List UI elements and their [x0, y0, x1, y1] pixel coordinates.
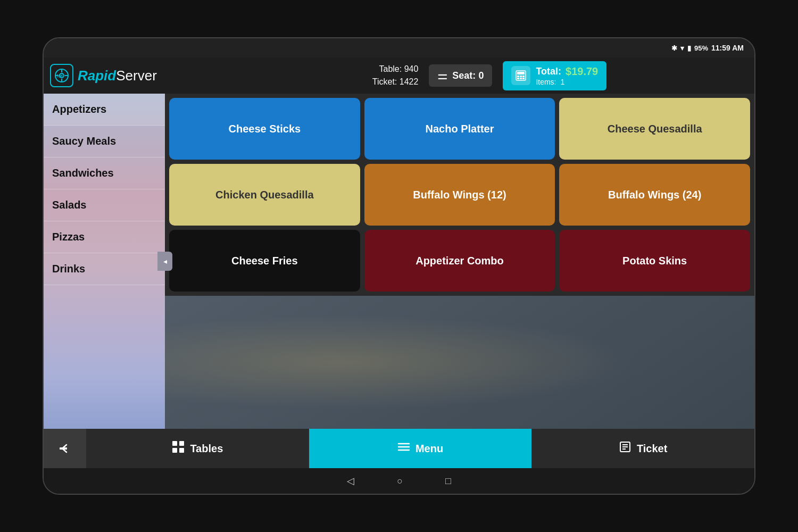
sidebar-label-appetizers: Appetizers — [52, 103, 106, 115]
svg-rect-17 — [179, 441, 184, 446]
bottom-nav: Tables Menu — [44, 429, 754, 468]
svg-rect-19 — [179, 448, 184, 453]
nav-ticket[interactable]: Ticket — [531, 429, 754, 468]
svg-rect-11 — [522, 76, 525, 77]
svg-rect-13 — [520, 78, 522, 79]
seat-label: Seat: — [452, 70, 476, 81]
sidebar-item-salads[interactable]: Salads — [44, 189, 165, 221]
svg-rect-15 — [60, 447, 67, 450]
header-center: Table: 940 Ticket: 1422 ⚌ Seat: 0 — [231, 61, 748, 90]
status-bar: ✱ ▾ ▮ 95% 11:59 AM — [44, 38, 754, 57]
seat-text: Seat: 0 — [452, 70, 484, 81]
nav-tables[interactable]: Tables — [86, 429, 309, 468]
ticket-label: Ticket — [637, 443, 667, 455]
menu-item-label-nacho-platter: Nacho Platter — [426, 123, 494, 135]
collapse-sidebar-button[interactable]: ◂ — [157, 252, 172, 271]
sidebar-label-saucy-meals: Saucy Meals — [52, 135, 116, 147]
svg-rect-16 — [172, 441, 177, 446]
svg-rect-9 — [517, 76, 519, 77]
logo-server: Server — [116, 68, 157, 84]
header: 🍽 RapidServer Table: 940 Ticket: 1422 — [44, 57, 754, 94]
total-area[interactable]: Total: $19.79 Items: 1 — [503, 61, 606, 90]
android-recent-button[interactable]: □ — [445, 476, 451, 487]
items-count: 1 — [560, 78, 564, 86]
ticket-label: Ticket: — [372, 77, 397, 86]
wifi-icon: ▾ — [680, 44, 684, 52]
svg-rect-18 — [172, 448, 177, 453]
android-nav: ◁ ○ □ — [44, 468, 754, 494]
sidebar-label-pizzas: Pizzas — [52, 231, 85, 243]
menu-label: Menu — [415, 443, 443, 455]
table-line: Table: 940 — [372, 63, 419, 76]
total-label: Total: — [536, 66, 561, 77]
tables-icon — [172, 440, 185, 456]
ticket-icon — [619, 440, 631, 456]
menu-item-label-cheese-quesadilla: Cheese Quesadilla — [608, 123, 702, 135]
status-icons: ✱ ▾ ▮ 95% 11:59 AM — [671, 44, 744, 52]
svg-rect-12 — [517, 78, 519, 79]
menu-item-label-chicken-quesadilla: Chicken Quesadilla — [215, 189, 314, 201]
menu-item-appetizer-combo[interactable]: Appetizer Combo — [364, 230, 555, 292]
sidebar-item-pizzas[interactable]: Pizzas — [44, 221, 165, 253]
logo-icon: 🍽 — [50, 64, 73, 87]
items-line: Items: 1 — [536, 78, 598, 86]
sidebar-item-drinks[interactable]: Drinks — [44, 253, 165, 285]
android-home-button[interactable]: ○ — [397, 476, 403, 487]
table-label: Table: — [379, 64, 402, 73]
svg-rect-10 — [520, 76, 522, 77]
bluetooth-icon: ✱ — [671, 44, 677, 52]
logo-rapid: Rapid — [78, 68, 116, 84]
menu-icon — [397, 440, 410, 456]
menu-item-buffalo-wings-12[interactable]: Buffalo Wings (12) — [364, 164, 555, 226]
tables-label: Tables — [190, 443, 223, 455]
table-info: Table: 940 Ticket: 1422 — [372, 63, 419, 88]
table-number: 940 — [404, 64, 419, 73]
ticket-line: Ticket: 1422 — [372, 76, 419, 88]
sidebar-item-saucy-meals[interactable]: Saucy Meals — [44, 126, 165, 157]
sidebar-item-sandwiches[interactable]: Sandwiches — [44, 157, 165, 189]
sidebar: Appetizers Saucy Meals Sandwiches Salads… — [44, 94, 165, 429]
seat-icon: ⚌ — [437, 69, 448, 82]
items-label: Items: — [536, 78, 556, 86]
sidebar-label-salads: Salads — [52, 199, 86, 211]
menu-item-label-appetizer-combo: Appetizer Combo — [415, 255, 504, 267]
background-image-area — [165, 296, 754, 429]
menu-item-label-potato-skins: Potato Skins — [622, 255, 687, 267]
nav-menu[interactable]: Menu — [309, 429, 532, 468]
total-text: Total: $19.79 Items: 1 — [536, 65, 598, 86]
menu-item-buffalo-wings-24[interactable]: Buffalo Wings (24) — [559, 164, 750, 226]
calculator-icon — [511, 66, 530, 85]
seat-info[interactable]: ⚌ Seat: 0 — [429, 64, 492, 87]
android-back-button[interactable]: ◁ — [347, 475, 354, 487]
menu-item-cheese-fries[interactable]: Cheese Fries — [169, 230, 360, 292]
total-row: Total: $19.79 — [536, 65, 598, 78]
status-time: 11:59 AM — [711, 44, 744, 52]
menu-item-label-buffalo-wings-12: Buffalo Wings (12) — [413, 189, 506, 201]
sidebar-label-drinks: Drinks — [52, 263, 85, 275]
menu-item-label-buffalo-wings-24: Buffalo Wings (24) — [608, 189, 701, 201]
svg-rect-14 — [522, 78, 525, 79]
device-frame: ✱ ▾ ▮ 95% 11:59 AM — [43, 37, 755, 495]
app-content: 🍽 RapidServer Table: 940 Ticket: 1422 — [44, 57, 754, 468]
logo-text: RapidServer — [78, 68, 157, 84]
menu-item-label-cheese-fries: Cheese Fries — [231, 255, 298, 267]
svg-text:🍽: 🍽 — [57, 73, 62, 79]
battery-icon: ▮ — [687, 44, 691, 52]
menu-grid-area: Cheese Sticks Nacho Platter Cheese Quesa… — [165, 94, 754, 429]
menu-grid: Cheese Sticks Nacho Platter Cheese Quesa… — [165, 94, 754, 296]
menu-item-potato-skins[interactable]: Potato Skins — [559, 230, 750, 292]
menu-item-label-cheese-sticks: Cheese Sticks — [229, 123, 301, 135]
menu-item-cheese-sticks[interactable]: Cheese Sticks — [169, 98, 360, 160]
seat-number: 0 — [478, 70, 484, 81]
menu-item-nacho-platter[interactable]: Nacho Platter — [364, 98, 555, 160]
menu-item-chicken-quesadilla[interactable]: Chicken Quesadilla — [169, 164, 360, 226]
total-amount: $19.79 — [566, 65, 598, 78]
nav-back-button[interactable] — [44, 429, 86, 468]
sidebar-label-sandwiches: Sandwiches — [52, 167, 114, 179]
menu-item-cheese-quesadilla[interactable]: Cheese Quesadilla — [559, 98, 750, 160]
ticket-number: 1422 — [400, 77, 419, 86]
sidebar-item-appetizers[interactable]: Appetizers — [44, 94, 165, 126]
logo-area: 🍽 RapidServer — [50, 64, 231, 87]
main-area: Appetizers Saucy Meals Sandwiches Salads… — [44, 94, 754, 429]
bg-overlay — [165, 296, 754, 429]
